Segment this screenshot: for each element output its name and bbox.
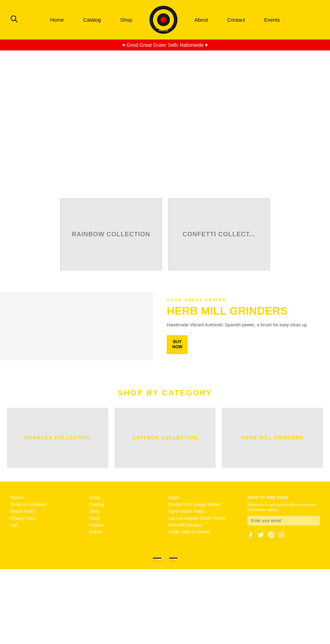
buy-now-button[interactable]: BUYNOW: [167, 335, 188, 354]
product-feature-section: GOOD GREAT GRATER HERB MILL GRINDERS Han…: [0, 277, 330, 375]
collection-rainbow-label: RAINBOW COLLECTION: [72, 231, 150, 238]
svg-text:GRATER: GRATER: [158, 29, 168, 32]
footer-link-privacy[interactable]: Privacy Policy: [10, 516, 82, 521]
category-grid: GRANADA COLLECTION SAFFRON COLLECTION HE…: [7, 408, 323, 468]
announcement-bar: ♥ Good Great Grater Sells Nationwide ♥: [0, 39, 330, 50]
site-footer: Search Terms & Conditions Return Policy …: [0, 482, 330, 550]
site-logo[interactable]: GOOD GREAT GRATER: [142, 5, 185, 34]
pinterest-icon[interactable]: [268, 532, 274, 540]
hero-section: [0, 50, 330, 195]
collection-card-confetti[interactable]: CONFETTI COLLECT...: [168, 198, 270, 270]
collections-row: RAINBOW COLLECTION CONFETTI COLLECT...: [0, 198, 330, 270]
footer-link-catalog[interactable]: Catalog: [89, 502, 162, 507]
category-granada[interactable]: GRANADA COLLECTION: [7, 408, 108, 468]
footer-link-boats[interactable]: Boats: [168, 495, 241, 500]
site-header: Home Catalog Shop GOOD GREAT GRATER Abou…: [0, 0, 330, 39]
instagram-icon[interactable]: [278, 532, 285, 540]
footer-link-terms[interactable]: Terms & Conditions: [10, 502, 82, 507]
nav-shop[interactable]: Shop: [110, 17, 142, 23]
footer-signup-desc: Subscribe to get special offers and once…: [248, 502, 320, 513]
footer-col-4: SIGN UP AND SAVE Subscribe to get specia…: [248, 495, 320, 540]
footer-col-3: Boats Double Oil & Vinegar Bottles Garli…: [168, 495, 241, 540]
svg-text:GOOD GREAT: GOOD GREAT: [155, 26, 172, 29]
nav-about[interactable]: About: [185, 17, 218, 23]
footer-link-events[interactable]: Events: [89, 530, 162, 534]
footer-link-herb-mill[interactable]: Herb Mill Grinders: [168, 523, 241, 528]
product-feature-title: HERB MILL GRINDERS: [167, 305, 320, 317]
payment-icon-2: 💳: [168, 555, 178, 564]
footer-social-links: [248, 532, 320, 540]
footer-bottom: 💳 💳: [0, 550, 330, 569]
footer-email-input[interactable]: [248, 516, 320, 526]
collection-confetti-label: CONFETTI COLLECT...: [183, 231, 255, 238]
payment-icon-1: 💳: [152, 555, 162, 564]
svg-point-5: [161, 17, 166, 23]
search-icon[interactable]: [10, 15, 18, 24]
product-feature-content: GOOD GREAT GRATER HERB MILL GRINDERS Han…: [153, 291, 330, 361]
nav-home[interactable]: Home: [41, 17, 74, 23]
category-granada-label: GRANADA COLLECTION: [21, 435, 94, 440]
footer-link-cart[interactable]: Cart: [10, 523, 82, 528]
nav-events[interactable]: Events: [254, 17, 289, 23]
footer-link-contact[interactable]: Contact: [89, 523, 162, 528]
main-nav: Home Catalog Shop GOOD GREAT GRATER Abou…: [41, 5, 290, 34]
footer-link-return[interactable]: Return Policy: [10, 509, 82, 514]
nav-contact[interactable]: Contact: [218, 17, 255, 23]
facebook-icon[interactable]: [248, 532, 254, 540]
twitter-icon[interactable]: [258, 532, 264, 540]
shop-by-category-title: SHOP BY CATEGORY: [7, 388, 323, 397]
footer-col-2: Home Catalog Shop About Contact Events: [89, 495, 162, 540]
footer-link-search[interactable]: Search: [10, 495, 82, 500]
product-feature-image: [0, 292, 153, 360]
footer-link-olive-oil[interactable]: Single Olive Oil Bottles: [168, 530, 241, 534]
footer-col-1: Search Terms & Conditions Return Policy …: [10, 495, 82, 540]
footer-link-grater-plates[interactable]: Garlic Grater Plates: [168, 509, 241, 514]
collection-card-rainbow[interactable]: RAINBOW COLLECTION: [60, 198, 162, 270]
svg-rect-8: [279, 532, 284, 538]
announcement-text: ♥ Good Great Grater Sells Nationwide ♥: [122, 42, 208, 48]
category-saffron-label: SAFFRON COLLECTION: [129, 435, 201, 440]
footer-link-oil-bottles[interactable]: Double Oil & Vinegar Bottles: [168, 502, 241, 507]
category-saffron[interactable]: SAFFRON COLLECTION: [114, 408, 216, 468]
footer-link-combo[interactable]: Las Los Angeles Grater Combo: [168, 516, 241, 521]
nav-catalog[interactable]: Catalog: [74, 17, 111, 23]
footer-link-shop[interactable]: Shop: [89, 509, 162, 514]
product-brand-tag: GOOD GREAT GRATER: [167, 298, 320, 302]
footer-link-home[interactable]: Home: [89, 495, 162, 500]
svg-line-1: [15, 20, 18, 22]
svg-point-9: [280, 534, 283, 536]
footer-signup-title: SIGN UP AND SAVE: [248, 495, 320, 499]
footer-link-about[interactable]: About: [89, 516, 162, 521]
shop-by-category-section: SHOP BY CATEGORY GRANADA COLLECTION SAFF…: [0, 375, 330, 482]
svg-point-10: [283, 533, 283, 534]
category-herb-mill-label: HERB MILL GRINDERS: [238, 435, 307, 440]
product-feature-desc: Handmade Vibrant Authentic Spanish peele…: [167, 321, 320, 328]
category-herb-mill[interactable]: HERB MILL GRINDERS: [222, 408, 323, 468]
